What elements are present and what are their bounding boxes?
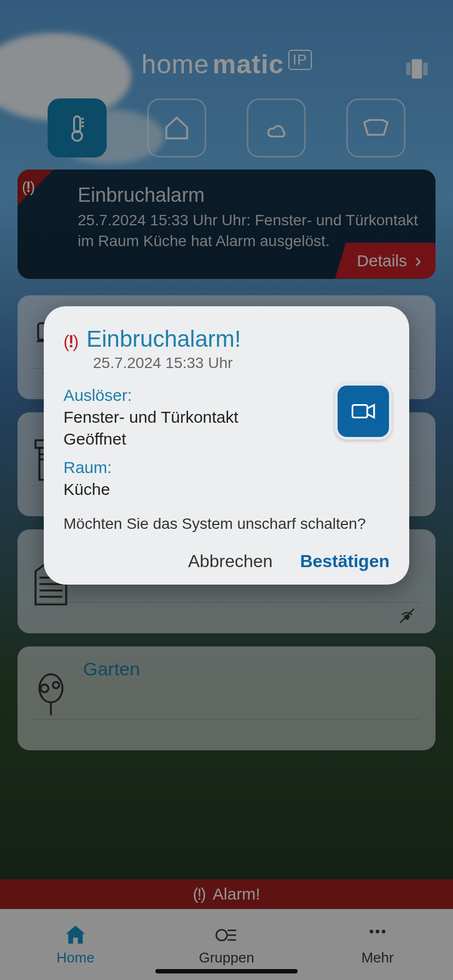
confirm-button[interactable]: Bestätigen <box>300 551 390 571</box>
alert-icon: (!) <box>63 331 78 352</box>
svg-rect-27 <box>352 405 367 418</box>
dialog-date: 25.7.2024 15:33 Uhr <box>93 354 390 372</box>
dialog-question: Möchten Sie das System unscharf schalten… <box>63 515 390 533</box>
dialog-title: Einbruchalarm! <box>86 326 241 352</box>
cancel-button[interactable]: Abbrechen <box>188 551 273 571</box>
room-label: Raum: <box>63 458 390 477</box>
camera-button[interactable] <box>335 383 392 440</box>
app-screen: homematic IP (!) Einbruchalarm 25.7.2024… <box>0 0 453 980</box>
alarm-dialog: (!) Einbruchalarm! 25.7.2024 15:33 Uhr A… <box>44 306 409 585</box>
room-value: Küche <box>63 480 390 499</box>
